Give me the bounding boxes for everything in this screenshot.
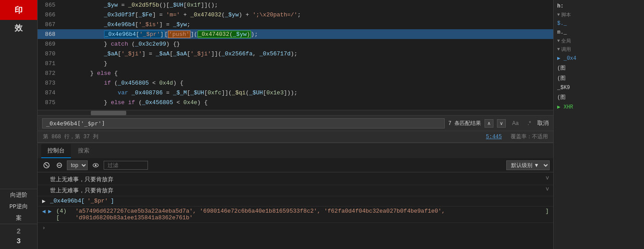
sidebar-badge: 印 (0, 0, 37, 20)
console-text-1: 世上无难事，只要肯放弃 (50, 175, 113, 183)
search-next-button[interactable]: ∨ (497, 119, 506, 128)
line-content-870: _$aA['_$ji'] = _$aA[_$aA['_$ji']](_0x256… (61, 51, 298, 57)
svg-point-5 (95, 164, 97, 166)
sidebar-num-3: 3 (16, 237, 21, 245)
line-num-867: 867 (38, 21, 61, 28)
tab-search[interactable]: 搜索 (72, 144, 96, 158)
expand-icon-3[interactable]: ▶ (42, 198, 47, 205)
sidebar-label-1: 效 (0, 20, 37, 36)
console-array-label: (4) [ (56, 208, 73, 221)
sidebar-num-2: 2 (16, 228, 21, 236)
line-content-867: _0x4e96b4['_$is'] = _$yw; (61, 21, 190, 28)
coverage-label: 覆盖率：不适用 (511, 133, 548, 140)
line-content-871: } (61, 60, 107, 67)
right-panel-item-1[interactable]: $._ (554, 19, 644, 28)
console-obj-3-key: '_$pr' (87, 198, 108, 204)
code-line-871: 871 } (38, 58, 553, 68)
code-editor: 865 _$yw = _0x2d5f5b()[_$UH[0x1f]](); 86… (38, 0, 553, 249)
line-content-866: _0x3d0f3f[_$Fe] = 'm=' + _0x474032(_$yw)… (61, 12, 301, 18)
svg-line-1 (45, 164, 48, 167)
code-line-867: 867 _0x4e96b4['_$is'] = _$yw; (38, 19, 553, 29)
line-content-869: } catch (_0x3c2e99) {} (61, 41, 180, 47)
code-line-869: 869 } catch (_0x3c2e99) {} (38, 39, 553, 49)
right-panel: h: ▼ 脚本 $._ m._ ▼ 全局 ▼ 调用 ▶ _0x4 (图 (图 _… (553, 0, 644, 249)
global-arrow: ▼ (557, 39, 560, 43)
call-label: 调用 (561, 46, 571, 53)
search-result-count: 7 条匹配结果 (448, 120, 481, 127)
console-array-close: ] (545, 208, 549, 214)
line-num-870: 870 (38, 51, 61, 57)
coverage-link[interactable]: 5:445 (486, 134, 502, 140)
main-area: 印 效 向进阶 PP逆向 案 2 3 865 _$yw = _0x2d5f5b(… (0, 0, 644, 249)
console-array-content: 'a57496d6227267cae5b3a22a4eba5d7a', '698… (75, 208, 543, 221)
call-arrow: ▼ (557, 47, 560, 52)
line-content-875: } else if (_0x456805 < 0x4e) { (61, 99, 208, 106)
right-panel-item-ks: _$K9 (554, 83, 644, 92)
search-prev-button[interactable]: ∧ (485, 119, 493, 128)
line-content-874: var _0x408786 = _$_M[_$UH[0xfc]](_$qi(_$… (61, 89, 298, 96)
right-panel-call[interactable]: ▼ 调用 (554, 45, 644, 54)
filter-input[interactable] (104, 161, 148, 170)
code-lines: 865 _$yw = _0x2d5f5b()[_$UH[0x1f]](); 86… (38, 0, 553, 110)
line-num-871: 871 (38, 60, 61, 67)
line-num-869: 869 (38, 41, 61, 47)
console-caret: › (42, 225, 46, 231)
expand-icon-4[interactable]: ◀ (42, 208, 46, 215)
search-input[interactable] (42, 118, 445, 128)
scripts-arrow: ▼ (557, 12, 560, 17)
line-content-873: if (_0x456805 < 0x4d) { (61, 80, 183, 86)
right-panel-item-3[interactable]: ▶ _0x4 (554, 54, 644, 63)
code-line-870: 870 _$aA['_$ji'] = _$aA[_$aA['_$ji']](_0… (38, 49, 553, 58)
sidebar-label-4: 案 (0, 212, 37, 224)
line-content-872: } else { (61, 70, 118, 77)
context-select[interactable]: top (67, 160, 88, 170)
code-scrollbar[interactable] (38, 110, 553, 115)
console-output: 世上无难事，只要肯放弃 V 世上无难事，只要肯放弃 V ▶ _0x4e96b4[… (38, 172, 553, 249)
sidebar-label-3: PP逆向 (0, 201, 37, 212)
left-sidebar: 印 效 向进阶 PP逆向 案 2 3 (0, 0, 38, 249)
stop-button[interactable] (54, 161, 64, 169)
global-label: 全局 (561, 38, 571, 44)
line-num-874: 874 (38, 89, 61, 96)
line-num-873: 873 (38, 80, 61, 86)
right-panel-global[interactable]: ▼ 全局 (554, 37, 644, 45)
right-panel-item-xhr[interactable]: ▶ XHR (554, 102, 644, 112)
code-line-873: 873 if (_0x456805 < 0x4d) { (38, 78, 553, 88)
right-panel-scripts[interactable]: ▼ 脚本 (554, 11, 644, 19)
line-num-865: 865 (38, 2, 61, 8)
line-num-872: 872 (38, 70, 61, 77)
console-text-2: 世上无难事，只要肯放弃 (50, 187, 113, 195)
code-line-868: 868 _0x4e96b4['_$pr']['push'](_0x474032(… (38, 29, 553, 39)
eye-button[interactable] (90, 162, 101, 169)
scrollbar-thumb[interactable] (91, 111, 126, 115)
right-panel-item-5: (图 (554, 73, 644, 83)
right-panel-title: h: (554, 2, 644, 11)
expand-icon-4b[interactable]: ▶ (48, 208, 54, 215)
console-line-4: ◀ ▶ (4) ['a57496d6227267cae5b3a22a4eba5d… (38, 206, 553, 223)
line-num-875: 875 (38, 99, 61, 106)
scripts-label: 脚本 (561, 12, 571, 18)
console-prompt: › (38, 223, 553, 233)
line-content-868: _0x4e96b4['_$pr']['push'](_0x474032(_$yw… (61, 31, 258, 38)
console-line-3: ▶ _0x4e96b4['_$pr'] (38, 196, 553, 206)
bottom-tabs: 控制台 搜索 (38, 143, 553, 158)
search-cancel-button[interactable]: 取消 (537, 119, 549, 127)
console-line-2: 世上无难事，只要肯放弃 V (38, 185, 553, 196)
bottom-toolbar: top 默认级别 ▼ (38, 158, 553, 172)
tab-console[interactable]: 控制台 (41, 144, 71, 158)
console-source-2: V (546, 187, 549, 192)
right-panel-item-2[interactable]: m._ (554, 28, 644, 37)
regex-button[interactable]: .* (525, 119, 534, 128)
search-bar: 7 条匹配结果 ∧ ∨ Aa .* 取消 (38, 115, 553, 131)
line-num-868: 868 (38, 31, 61, 38)
log-level-select[interactable]: 默认级别 ▼ (506, 160, 550, 170)
clear-console-button[interactable] (41, 161, 52, 170)
line-content-865: _$yw = _0x2d5f5b()[_$UH[0x1f]](); (61, 2, 218, 8)
line-num-866: 866 (38, 12, 61, 18)
match-case-button[interactable]: Aa (509, 119, 521, 128)
code-line-875: 875 } else if (_0x456805 < 0x4e) { (38, 97, 553, 107)
console-obj-3-close: ] (111, 198, 114, 204)
status-bar: 第 868 行，第 37 列 5:445 覆盖率：不适用 (38, 131, 553, 143)
console-source-1: V (546, 175, 549, 181)
code-line-874: 874 var _0x408786 = _$_M[_$UH[0xfc]](_$q… (38, 88, 553, 97)
